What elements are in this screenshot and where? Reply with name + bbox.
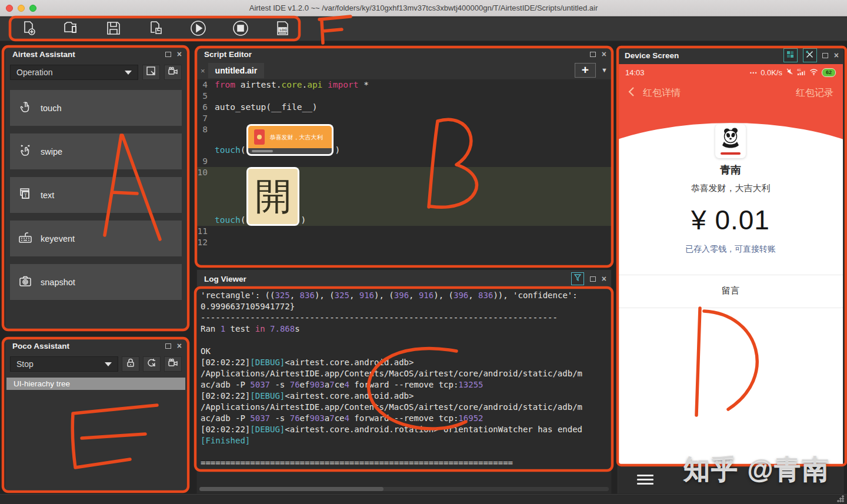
resize-grip[interactable]	[837, 495, 844, 502]
layout-button[interactable]	[783, 48, 798, 62]
sender-name: 青南	[618, 163, 843, 177]
code-line-8[interactable]: 8touch(恭喜发财，大吉大利)	[197, 124, 611, 156]
poco-mode-dropdown[interactable]: Stop	[10, 356, 118, 372]
log-filter-button[interactable]	[571, 272, 584, 285]
code-line-5[interactable]: 5	[197, 91, 611, 102]
log-line: 'rectangle': ((325, 836), (325, 916), (3…	[201, 290, 611, 301]
net-speed: 0.0K/s	[761, 68, 782, 77]
menu-icon[interactable]	[637, 475, 653, 485]
window-title: Airtest IDE v1.2.0 ~~ /var/folders/ky/31…	[249, 4, 598, 12]
log-line: 0.9996637105941772}	[201, 301, 611, 312]
assistant-item-touch[interactable]: touch	[10, 90, 182, 126]
tab-overflow-chevron-icon[interactable]: ▼	[601, 66, 608, 74]
float-panel-icon[interactable]	[590, 52, 596, 57]
poco-mode-value: Stop	[16, 359, 105, 369]
redpacket-amount: ¥ 0.01	[618, 204, 843, 236]
device-phone-screen[interactable]: 14:03 ⋯ 0.0K/s 4G 62 红包详情 红包记录 青南	[618, 64, 843, 466]
float-panel-icon[interactable]	[165, 343, 171, 349]
sender-avatar[interactable]	[715, 124, 746, 158]
close-panel-icon[interactable]: ×	[834, 52, 839, 58]
log-line: [02:02:22][DEBUG]<airtest.core.android.a…	[201, 390, 611, 402]
save-as-icon	[147, 19, 165, 39]
close-panel-icon[interactable]: ×	[177, 343, 182, 349]
minimize-window-button[interactable]	[18, 5, 25, 12]
run-icon	[189, 19, 208, 39]
log-viewer-panel: Log Viewer × 'rectangle': ((325, 836), (…	[196, 269, 612, 494]
save-button[interactable]	[101, 19, 126, 39]
code-line-4[interactable]: 4from airtest.core.api import *	[197, 79, 611, 91]
assistant-item-label: touch	[41, 104, 61, 113]
operation-mode-dropdown[interactable]: Operation	[10, 65, 138, 80]
red-envelope-icon	[254, 129, 265, 145]
lock-button[interactable]	[122, 356, 139, 372]
maximize-window-button[interactable]	[29, 5, 36, 12]
script-editor-title: Script Editor	[204, 50, 590, 59]
kai-template-image[interactable]: 開	[246, 167, 299, 226]
save-as-button[interactable]	[144, 19, 168, 39]
snip-button[interactable]	[142, 65, 160, 80]
keyevent-icon	[18, 231, 32, 247]
log-line: ac/adb -P 5037 -s 76ef903a7ce4 forward -…	[201, 379, 611, 390]
float-panel-icon[interactable]	[165, 52, 171, 57]
assistant-item-swipe[interactable]: swipe	[10, 133, 182, 169]
float-panel-icon[interactable]	[822, 53, 828, 58]
assistant-item-label: text	[41, 191, 54, 200]
poco-tree-body	[5, 390, 186, 496]
message-section-label: 留言	[618, 285, 843, 296]
close-tab-icon[interactable]: ×	[197, 66, 208, 75]
code-line-12[interactable]: 12	[197, 237, 611, 248]
record-button[interactable]	[164, 65, 182, 80]
editor-tabbar: × untitled.air + ▼	[197, 62, 611, 79]
log-line: /Applications/AirtestIDE.app/Contents/Ma…	[201, 402, 611, 413]
snip-icon	[146, 66, 156, 79]
open-script-button[interactable]	[59, 19, 84, 39]
stop-button[interactable]	[228, 19, 253, 39]
poco-record-button[interactable]	[164, 356, 182, 372]
code-line-6[interactable]: 6auto_setup(__file__)	[197, 102, 611, 113]
log-horizontal-scrollbar[interactable]	[199, 487, 609, 491]
assistant-item-snapshot[interactable]: snapshot	[10, 264, 182, 300]
close-panel-icon[interactable]: ×	[602, 51, 606, 57]
operation-mode-value: Operation	[16, 68, 125, 77]
close-panel-icon[interactable]: ×	[177, 51, 182, 57]
assistant-item-keyevent[interactable]: keyevent	[10, 221, 182, 256]
assistant-item-label: keyevent	[41, 234, 75, 243]
log-output[interactable]: 'rectangle': ((325, 836), (325, 916), (3…	[197, 288, 611, 493]
back-chevron-icon[interactable]	[628, 86, 635, 99]
svg-text:4G: 4G	[797, 68, 801, 72]
airtest-ide-window: Airtest IDE v1.2.0 ~~ /var/folders/ky/31…	[0, 0, 847, 504]
amount-note-link[interactable]: 已存入零钱，可直接转账	[618, 244, 843, 255]
redpacket-image-text: 恭喜发财，大吉大利	[269, 132, 322, 143]
log-line: [Finished]	[201, 435, 611, 446]
traffic-lights[interactable]	[6, 5, 36, 12]
ui-hierarchy-tree-header[interactable]: UI-hierachy tree	[6, 378, 185, 390]
code-line-11[interactable]: 11	[197, 226, 611, 237]
log-line: ac/adb -P 5037 -s 76ef903a7ce4 forward -…	[201, 413, 611, 424]
redpacket-history-link[interactable]: 红包记录	[796, 87, 833, 99]
close-window-button[interactable]	[6, 5, 13, 12]
code-editor[interactable]: 4from airtest.core.api import *5 6auto_s…	[197, 79, 611, 266]
phone-navbar: 红包详情 红包记录	[618, 86, 843, 99]
assistant-item-text[interactable]: T text	[10, 177, 182, 213]
airtest-assistant-title: Airtest Assistant	[12, 50, 165, 59]
more-dots-icon: ⋯	[749, 68, 757, 77]
record-icon	[168, 358, 178, 371]
avatar-caption	[721, 152, 741, 155]
new-script-button[interactable]	[16, 19, 41, 39]
script-editor-header: Script Editor ×	[197, 46, 611, 62]
add-tab-button[interactable]: +	[575, 63, 596, 78]
redpacket-template-image[interactable]: 恭喜发财，大吉大利	[246, 124, 334, 156]
run-button[interactable]	[186, 19, 211, 39]
tab-untitled-air[interactable]: untitled.air	[208, 63, 265, 78]
inspect-refresh-button[interactable]	[143, 356, 161, 372]
code-line-10[interactable]: 10touch(開)	[197, 167, 611, 226]
float-panel-icon[interactable]	[590, 276, 596, 282]
kai-image-text: 開	[255, 178, 291, 215]
tools-icon	[805, 50, 814, 61]
close-panel-icon[interactable]: ×	[602, 276, 606, 282]
chevron-down-icon	[125, 71, 132, 75]
log-button[interactable]: LOG	[271, 19, 295, 39]
code-line-7[interactable]: 7	[197, 113, 611, 124]
device-tools-button[interactable]	[803, 48, 817, 62]
code-line-9[interactable]: 9	[197, 156, 611, 167]
